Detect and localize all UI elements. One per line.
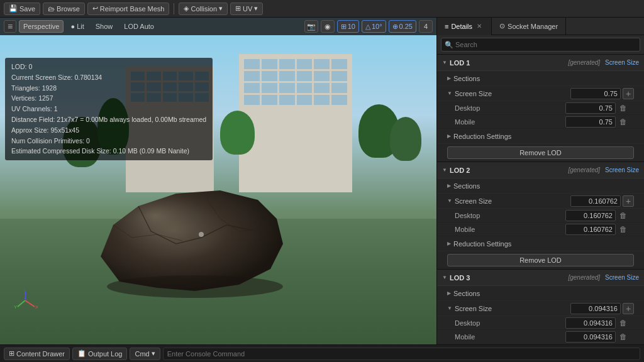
tab-socket-manager[interactable]: ⊙ Socket Manager — [492, 18, 566, 35]
axis-gizmo: X Y Z — [13, 288, 38, 313]
output-log-icon: 📋 — [77, 349, 86, 358]
cam-speed-button[interactable]: 4 — [419, 20, 433, 33]
right-panel: ≡ Details ✕ ⊙ Socket Manager 🔍 ▼ LOD 1 [… — [436, 18, 644, 344]
svg-text:Y: Y — [14, 304, 18, 310]
lod-auto-button[interactable]: LOD Auto — [119, 20, 158, 33]
lod2-ss-collapse-icon: ▼ — [447, 198, 452, 204]
svg-point-3 — [199, 232, 204, 237]
camera-speed-icon[interactable]: 📷 — [304, 20, 318, 33]
lod3-screen-size-input[interactable] — [570, 303, 621, 314]
building-windows-right — [239, 54, 352, 110]
main-area: ≡ Perspective ● Lit Show LOD Auto 📷 ◉ ⊞ … — [0, 18, 644, 344]
lod3-sections-icon: ▶ — [447, 290, 451, 296]
lod1-desktop-row: Desktop 🗑 — [437, 101, 644, 115]
lod2-reduction-icon: ▶ — [447, 241, 451, 246]
lod1-collapse-icon: ▼ — [442, 60, 447, 65]
reduction-collapse-icon: ▶ — [447, 133, 451, 139]
search-input[interactable] — [441, 38, 640, 52]
lod3-desktop-input[interactable] — [565, 317, 616, 329]
lod1-mobile-delete-icon[interactable]: 🗑 — [618, 116, 629, 128]
tree-3 — [220, 111, 255, 155]
tab-details[interactable]: ≡ Details ✕ — [437, 18, 492, 35]
angle-icon: △ — [365, 23, 370, 31]
ss-collapse-icon: ▼ — [447, 90, 452, 96]
lod2-remove-button[interactable]: Remove LOD — [447, 254, 634, 266]
grid-icon: ⊞ — [341, 23, 347, 31]
bottom-bar: ⊞ Content Drawer 📋 Output Log Cmd ▾ — [0, 344, 644, 362]
lod3-desktop-delete-icon[interactable]: 🗑 — [618, 317, 629, 329]
lod2-desktop-input[interactable] — [565, 210, 616, 221]
viewport-toolbar: ≡ Perspective ● Lit Show LOD Auto 📷 ◉ ⊞ … — [0, 18, 436, 35]
lod3-desktop-row: Desktop 🗑 — [437, 316, 644, 330]
angle-button[interactable]: △ 10° — [362, 20, 386, 33]
lod1-screen-size-input[interactable] — [570, 88, 621, 99]
lod3-mobile-row: Mobile 🗑 — [437, 330, 644, 344]
collision-button[interactable]: ◈ Collision ▾ — [179, 3, 228, 15]
panel-tabs: ≡ Details ✕ ⊙ Socket Manager — [437, 18, 644, 35]
console-input[interactable] — [163, 348, 640, 360]
panel-search: 🔍 — [437, 35, 644, 55]
lod3-sections-row[interactable]: ▶ Sections — [437, 286, 644, 301]
rock-mesh — [82, 168, 296, 307]
stats-overlay: LOD: 0 Current Screen Size: 0.780134 Tri… — [5, 58, 213, 160]
svg-line-5 — [25, 300, 35, 307]
lod3-collapse-icon: ▼ — [442, 275, 447, 280]
lod3-reduction-row[interactable]: ▶ Reduction Settings — [437, 344, 644, 344]
collision-dropdown-icon: ▾ — [219, 4, 223, 13]
save-button[interactable]: 💾 Save — [4, 3, 40, 15]
lod1-desktop-input[interactable] — [565, 102, 616, 114]
lod3-ss-collapse-icon: ▼ — [447, 305, 452, 311]
lod3-screen-size-add[interactable]: + — [623, 303, 634, 314]
lod2-sections-row[interactable]: ▶ Sections — [437, 178, 644, 194]
lod1-desktop-delete-icon[interactable]: 🗑 — [618, 102, 629, 114]
lod2-screen-size-add[interactable]: + — [623, 195, 634, 207]
vr-icon[interactable]: ◉ — [321, 20, 335, 33]
details-close-button[interactable]: ✕ — [475, 22, 484, 31]
top-toolbar: 💾 Save 🗁 Browse ↩ Reimport Base Mesh ◈ C… — [0, 0, 644, 18]
grid-button[interactable]: ⊞ 10 — [337, 20, 359, 33]
svg-text:Z: Z — [23, 288, 26, 292]
socket-icon: ⊙ — [499, 22, 505, 30]
details-content: ▼ LOD 1 [generated] Screen Size ▶ Sectio… — [437, 55, 644, 344]
lod1-sections-row[interactable]: ▶ Sections — [437, 71, 644, 86]
uv-dropdown-icon: ▾ — [254, 4, 258, 13]
viewport-menu-button[interactable]: ≡ — [4, 20, 16, 33]
lod3-mobile-input[interactable] — [565, 331, 616, 343]
svg-line-7 — [18, 300, 25, 307]
lod1-reduction-row[interactable]: ▶ Reduction Settings — [437, 129, 644, 144]
lod1-screen-size-add[interactable]: + — [623, 88, 634, 99]
lod2-mobile-delete-icon[interactable]: 🗑 — [618, 224, 629, 235]
details-icon: ≡ — [445, 23, 448, 30]
browse-icon: 🗁 — [48, 5, 55, 13]
content-drawer-button[interactable]: ⊞ Content Drawer — [4, 348, 70, 360]
lod2-screen-size-input[interactable] — [570, 195, 621, 207]
uv-button[interactable]: ⊞ UV ▾ — [230, 3, 263, 15]
lod3-mobile-delete-icon[interactable]: 🗑 — [618, 331, 629, 343]
lod2-desktop-row: Desktop 🗑 — [437, 209, 644, 222]
lod2-screen-size-row: ▼ Screen Size + — [437, 194, 644, 209]
browse-button[interactable]: 🗁 Browse — [43, 3, 85, 15]
perspective-button[interactable]: Perspective — [19, 20, 64, 33]
snap-button[interactable]: ⊕ 0.25 — [389, 20, 416, 33]
svg-point-4 — [107, 275, 283, 298]
lod2-header[interactable]: ▼ LOD 2 [generated] Screen Size — [437, 162, 644, 178]
lod1-mobile-input[interactable] — [565, 116, 616, 128]
lod2-desktop-delete-icon[interactable]: 🗑 — [618, 210, 629, 221]
lod1-remove-button[interactable]: Remove LOD — [447, 146, 634, 159]
save-icon: 💾 — [9, 4, 18, 13]
show-button[interactable]: Show — [91, 20, 118, 33]
collision-icon: ◈ — [184, 4, 189, 13]
lod1-header[interactable]: ▼ LOD 1 [generated] Screen Size — [437, 55, 644, 71]
viewport[interactable]: ≡ Perspective ● Lit Show LOD Auto 📷 ◉ ⊞ … — [0, 18, 436, 344]
cmd-button[interactable]: Cmd ▾ — [130, 348, 160, 360]
output-log-button[interactable]: 📋 Output Log — [72, 348, 127, 360]
lod2-mobile-row: Mobile 🗑 — [437, 222, 644, 236]
lod2-mobile-input[interactable] — [565, 224, 616, 235]
reimport-button[interactable]: ↩ Reimport Base Mesh — [87, 3, 170, 15]
lod1-screen-size-row: ▼ Screen Size + — [437, 86, 644, 101]
lod3-header[interactable]: ▼ LOD 3 [generated] Screen Size — [437, 270, 644, 286]
lod2-reduction-row[interactable]: ▶ Reduction Settings — [437, 236, 644, 251]
search-wrap: 🔍 — [441, 38, 640, 52]
lit-button[interactable]: ● Lit — [66, 20, 88, 33]
lod2-sections-icon: ▶ — [447, 183, 451, 189]
